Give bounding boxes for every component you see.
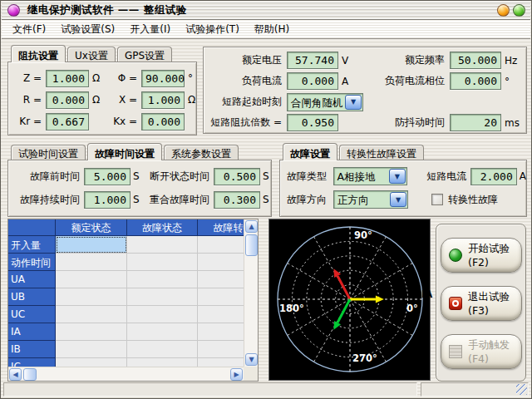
phi-unit: °: [188, 72, 193, 84]
tab-fault-time-settings[interactable]: 故障时间设置: [87, 143, 162, 160]
start-test-button[interactable]: 开始试验(F2): [441, 238, 522, 273]
vertical-scroll-thumb[interactable]: [245, 234, 258, 256]
menu-help[interactable]: 帮助(H): [247, 21, 297, 38]
table-cell[interactable]: [127, 341, 198, 358]
rated-freq-field[interactable]: 50.000: [450, 52, 501, 69]
debounce-field[interactable]: 20: [450, 114, 501, 131]
convert-fault-label: 转换性故障: [448, 193, 498, 207]
table-row: IC: [8, 358, 244, 367]
tab-convert-fault-settings[interactable]: 转换性故障设置: [339, 145, 424, 160]
chevron-down-icon[interactable]: ▼: [345, 95, 362, 110]
menu-binary-input[interactable]: 开入量(I): [122, 21, 178, 38]
row-header[interactable]: IB: [8, 341, 56, 358]
table-cell[interactable]: [198, 236, 244, 254]
short-start-combo[interactable]: 合闸角随机 ▼: [287, 93, 363, 111]
horizontal-scroll-thumb[interactable]: [23, 368, 37, 381]
table-cell-selected[interactable]: [56, 236, 127, 254]
table-cell[interactable]: [198, 288, 244, 306]
table-cell[interactable]: [127, 236, 198, 254]
column-header-fault-convert[interactable]: 故障转换: [198, 219, 244, 236]
row-header[interactable]: IA: [8, 323, 56, 341]
row-header[interactable]: 动作时间: [8, 254, 56, 271]
row-header[interactable]: UA: [8, 271, 56, 288]
table-cell[interactable]: [127, 288, 198, 306]
row-header[interactable]: 开入量: [8, 236, 56, 254]
resize-grip[interactable]: [516, 384, 527, 395]
reclose-fault-time-field[interactable]: 0.300: [214, 191, 260, 209]
tab-gps-settings[interactable]: GPS设置: [117, 47, 172, 62]
column-header-rated-state[interactable]: 额定状态: [56, 219, 127, 236]
table-cell[interactable]: [127, 271, 198, 288]
table-cell[interactable]: [198, 254, 244, 271]
table-cell[interactable]: [56, 271, 127, 288]
table-cell[interactable]: [127, 306, 198, 323]
fault-type-combo[interactable]: A相接地 ▼: [333, 167, 407, 185]
chevron-down-icon[interactable]: ▼: [390, 192, 406, 207]
table-cell[interactable]: [127, 323, 198, 341]
impedance-ratio-field[interactable]: 0.950: [287, 114, 338, 131]
tab-test-time-settings[interactable]: 试验时间设置: [11, 145, 86, 160]
table-cell[interactable]: [198, 271, 244, 288]
minimize-button[interactable]: [497, 4, 510, 17]
open-state-time-field[interactable]: 0.500: [214, 168, 260, 185]
impedance-panel: 阻抗设置 Ux设置 GPS设置 Z = 1.000 Ω Φ = 90.000 °…: [7, 44, 197, 135]
x-field[interactable]: 1.000: [141, 91, 185, 109]
prefault-time-unit: S: [133, 170, 143, 182]
debounce-label: 防抖动时间: [358, 116, 445, 130]
scroll-down-icon[interactable]: ▼: [245, 353, 258, 366]
tab-impedance-settings[interactable]: 阻抗设置: [11, 45, 66, 62]
row-header[interactable]: UC: [8, 306, 56, 323]
tab-fault-settings[interactable]: 故障设置: [283, 143, 337, 160]
fault-direction-combo[interactable]: 正方向 ▼: [333, 190, 408, 209]
kx-field[interactable]: 0.000: [141, 113, 185, 131]
row-header[interactable]: IC: [8, 358, 56, 367]
fault-duration-field[interactable]: 1.000: [84, 191, 131, 209]
convert-fault-checkbox[interactable]: [431, 194, 443, 205]
chevron-down-icon[interactable]: ▼: [389, 169, 406, 184]
angle-label-90: 90°: [354, 229, 372, 241]
table-cell[interactable]: [198, 341, 244, 358]
vertical-scrollbar[interactable]: ▲ ▼: [244, 219, 258, 367]
kr-field[interactable]: 0.667: [46, 113, 89, 131]
r-field[interactable]: 0.000: [46, 91, 89, 109]
tab-system-param-settings[interactable]: 系统参数设置: [164, 145, 239, 160]
rated-voltage-field[interactable]: 57.740: [287, 52, 338, 69]
table-cell[interactable]: [56, 306, 127, 323]
load-current-field[interactable]: 0.000: [287, 72, 338, 90]
table-cell[interactable]: [198, 358, 244, 367]
table-cell[interactable]: [56, 358, 127, 367]
load-phase-field[interactable]: 0.000: [450, 72, 501, 90]
menu-test-settings[interactable]: 试验设置(S): [53, 21, 122, 38]
table-cell[interactable]: [56, 288, 127, 306]
manual-trigger-button[interactable]: 手动触发(F4): [441, 334, 522, 369]
row-header[interactable]: UB: [8, 288, 56, 306]
prefault-time-field[interactable]: 5.000: [84, 168, 131, 185]
table-cell[interactable]: [127, 254, 198, 271]
menu-test-operation[interactable]: 试验操作(T): [178, 21, 247, 38]
angle-label-180: 180°: [279, 303, 304, 314]
table-cell[interactable]: [127, 358, 198, 367]
tab-ux-settings[interactable]: Ux设置: [67, 47, 116, 62]
channel-label-ib: IB}: [297, 361, 314, 372]
scroll-left-icon[interactable]: ◀: [9, 368, 22, 381]
z-field[interactable]: 1.000: [46, 70, 89, 87]
table-cell[interactable]: [56, 254, 127, 271]
table-cell[interactable]: [198, 306, 244, 323]
scroll-up-icon[interactable]: ▲: [245, 220, 258, 233]
exit-test-button[interactable]: 退出试验(F3): [441, 286, 522, 321]
short-current-unit: A: [520, 170, 526, 182]
table-cell[interactable]: [56, 341, 127, 358]
close-button[interactable]: [513, 4, 525, 17]
table-row: IA: [8, 323, 244, 341]
horizontal-scrollbar[interactable]: ◀ ▶: [8, 367, 244, 381]
short-start-label: 短路起始时刻: [209, 95, 282, 109]
table-cell[interactable]: [56, 323, 127, 341]
channel-label-ia: IA: [421, 288, 432, 300]
column-header-fault-state[interactable]: 故障状态: [127, 219, 198, 236]
table-cell[interactable]: [198, 323, 244, 341]
short-current-field[interactable]: 2.000: [470, 168, 517, 185]
scroll-right-icon[interactable]: ▶: [230, 368, 243, 381]
menu-file[interactable]: 文件(F): [5, 21, 53, 38]
short-current-label: 短路电流: [417, 170, 466, 184]
phi-field[interactable]: 90.000: [141, 70, 185, 87]
